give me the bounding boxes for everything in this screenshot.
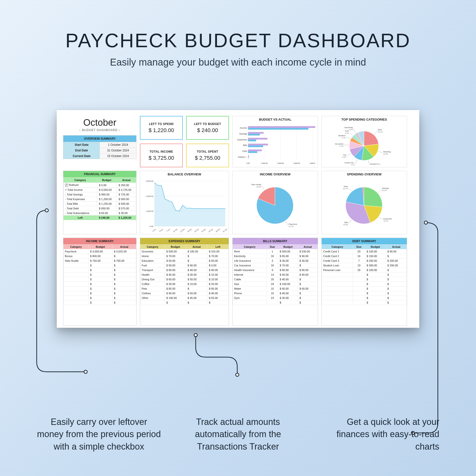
captions-row: Easily carry over leftover money from th… <box>0 416 476 453</box>
callout-dot-icon <box>84 370 87 374</box>
callout-dot-icon <box>45 208 49 212</box>
caption-tracker: Track actual amounts automatically from … <box>169 416 308 453</box>
caption-rollover: Easily carry over leftover money from th… <box>29 416 169 453</box>
callout-dot-icon <box>235 373 239 377</box>
caption-charts: Get a quick look at your finances with e… <box>307 416 447 453</box>
callout-dot-icon <box>194 333 198 337</box>
callout-dot-icon <box>424 221 428 224</box>
